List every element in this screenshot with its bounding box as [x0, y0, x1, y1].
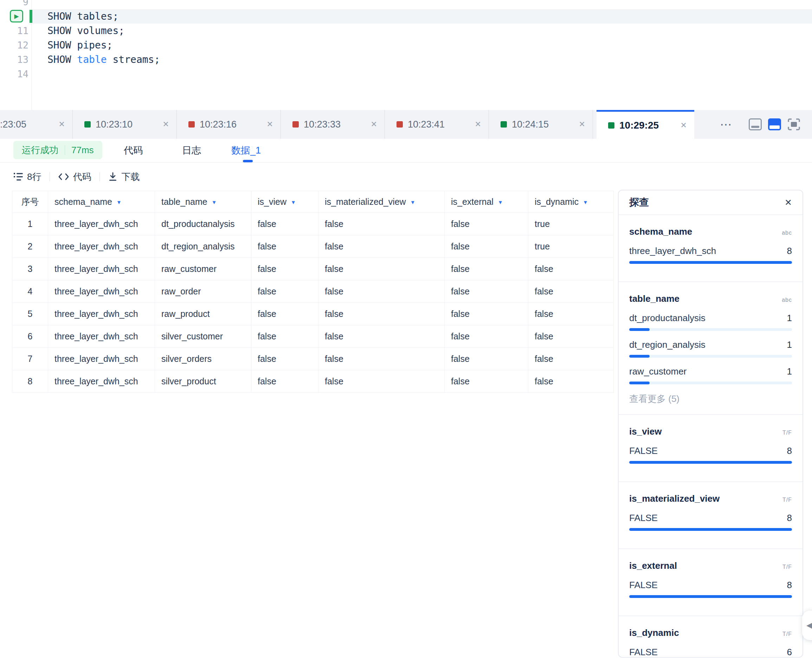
cell-is-view: false	[251, 235, 318, 258]
cell-is-materialized-view: false	[318, 303, 445, 325]
table-row: 3 three_layer_dwh_sch raw_customer false…	[12, 258, 614, 280]
column-header-is-view[interactable]: is_view▼	[251, 191, 318, 213]
editor-line: 13 SHOW table streams;	[0, 52, 812, 67]
cell-is-materialized-view: false	[318, 348, 445, 370]
cell-is-dynamic: false	[528, 325, 614, 348]
query-tab-active[interactable]: 10:29:25 ✕	[597, 110, 694, 139]
sql-statement: SHOW pipes;	[47, 39, 113, 51]
sort-dropdown-icon[interactable]: ▼	[583, 199, 588, 205]
status-square-icon	[188, 121, 195, 127]
cell-is-external: false	[445, 348, 528, 370]
close-tab-icon[interactable]: ✕	[371, 120, 377, 129]
column-type-badge: T/F	[783, 497, 792, 503]
close-tab-icon[interactable]: ✕	[475, 120, 481, 129]
toolbar-divider	[99, 172, 100, 181]
close-tab-icon[interactable]: ✕	[59, 120, 65, 129]
line-number: 13	[0, 54, 28, 65]
row-index: 2	[12, 235, 48, 258]
cell-table-name: silver_orders	[155, 348, 251, 370]
tab-code[interactable]: 代码	[124, 139, 143, 162]
layout-bottom-panel-active-icon[interactable]	[768, 119, 781, 130]
column-header-is-external[interactable]: is_external▼	[445, 191, 528, 213]
profile-value-item: dt_productanalysis 1	[629, 312, 792, 331]
profile-value-item: FALSE 8	[629, 446, 792, 464]
query-tab-label: 10:23:10	[96, 119, 163, 130]
table-row: 8 three_layer_dwh_sch silver_product fal…	[12, 370, 614, 393]
cell-is-dynamic: false	[528, 370, 614, 393]
value-bar	[629, 595, 792, 598]
download-icon	[108, 172, 117, 181]
cell-is-view: false	[251, 303, 318, 325]
query-tab-label: 10:29:25	[620, 120, 680, 131]
cell-is-materialized-view: false	[318, 258, 445, 280]
column-header-table-name[interactable]: table_name▼	[155, 191, 251, 213]
run-status-badge: 运行成功 77ms	[13, 141, 102, 159]
value-count: 8	[787, 446, 792, 456]
cell-schema-name: three_layer_dwh_sch	[48, 325, 155, 348]
value-label: raw_customer	[629, 366, 686, 377]
close-tab-icon[interactable]: ✕	[267, 120, 273, 129]
fullscreen-icon[interactable]	[788, 119, 801, 130]
value-bar	[629, 382, 792, 384]
cell-schema-name: three_layer_dwh_sch	[48, 370, 155, 393]
cell-is-dynamic: false	[528, 258, 614, 280]
run-statement-button[interactable]: ▶	[10, 10, 23, 23]
view-code-button[interactable]: 代码	[58, 171, 91, 183]
profile-panel-header: 探查 ✕	[619, 190, 802, 215]
query-tab[interactable]: 10:23:10 ✕	[73, 110, 177, 139]
column-header-schema-name[interactable]: schema_name▼	[48, 191, 155, 213]
line-number: 14	[0, 68, 28, 80]
sort-dropdown-icon[interactable]: ▼	[498, 199, 503, 205]
column-header-is-dynamic[interactable]: is_dynamic▼	[528, 191, 614, 213]
cell-is-view: false	[251, 280, 318, 303]
tab-data-1-active[interactable]: 数据_1	[231, 139, 261, 162]
sort-dropdown-icon[interactable]: ▼	[212, 199, 217, 205]
close-tab-icon[interactable]: ✕	[579, 120, 585, 129]
sort-dropdown-icon[interactable]: ▼	[116, 199, 122, 205]
profile-section-is-materialized-view: is_materialized_view T/F FALSE 8	[619, 482, 802, 549]
row-index: 5	[12, 303, 48, 325]
close-panel-icon[interactable]: ✕	[784, 197, 792, 208]
cell-is-external: false	[445, 258, 528, 280]
code-editor[interactable]: 9 ▶ SHOW tables; 11 SHOW volumes; 12 SHO…	[0, 0, 812, 110]
cell-is-materialized-view: false	[318, 325, 445, 348]
cell-is-external: false	[445, 370, 528, 393]
cell-is-view: false	[251, 370, 318, 393]
status-square-icon	[84, 121, 91, 127]
query-tab[interactable]: 10:23:16 ✕	[177, 110, 281, 139]
download-button[interactable]: 下载	[108, 171, 140, 183]
value-bar	[629, 355, 792, 358]
column-type-badge: T/F	[783, 564, 792, 570]
collapse-panel-handle[interactable]: ◀	[802, 610, 812, 640]
code-icon	[58, 173, 69, 181]
cell-is-materialized-view: false	[318, 213, 445, 235]
sort-dropdown-icon[interactable]: ▼	[291, 199, 296, 205]
layout-bottom-panel-icon[interactable]	[749, 119, 762, 130]
column-header-is-materialized-view[interactable]: is_materialized_view▼	[318, 191, 445, 213]
sql-statement: SHOW tables;	[47, 11, 119, 22]
tab-log[interactable]: 日志	[182, 139, 201, 162]
table-row: 5 three_layer_dwh_sch raw_product false …	[12, 303, 614, 325]
profile-column-name: is_materialized_view	[629, 493, 719, 504]
statement-marker	[29, 10, 33, 23]
query-tab[interactable]: 10:24:15 ✕	[489, 110, 593, 139]
profile-section-is-dynamic: is_dynamic T/F FALSE 6 TRUE 2	[619, 616, 802, 657]
editor-line-current: ▶ SHOW tables;	[0, 9, 812, 24]
more-tabs-icon[interactable]: ⋯	[720, 110, 732, 139]
row-index: 8	[12, 370, 48, 393]
cell-is-view: false	[251, 258, 318, 280]
table-row: 7 three_layer_dwh_sch silver_orders fals…	[12, 348, 614, 370]
query-tab[interactable]: 10:23:33 ✕	[281, 110, 385, 139]
profile-value-item: dt_region_analysis 1	[629, 339, 792, 358]
sort-dropdown-icon[interactable]: ▼	[410, 199, 416, 205]
profile-panel: 探查 ✕ schema_name abc three_layer_dwh_sch…	[618, 190, 803, 657]
cell-schema-name: three_layer_dwh_sch	[48, 348, 155, 370]
see-more-link[interactable]: 查看更多 (5)	[629, 393, 792, 405]
value-label: FALSE	[629, 647, 658, 657]
cell-is-dynamic: false	[528, 280, 614, 303]
close-tab-icon[interactable]: ✕	[680, 121, 687, 130]
close-tab-icon[interactable]: ✕	[163, 120, 169, 129]
query-tab[interactable]: :23:05 ✕	[0, 110, 73, 139]
query-tab[interactable]: 10:23:41 ✕	[385, 110, 489, 139]
value-count: 8	[787, 246, 792, 257]
